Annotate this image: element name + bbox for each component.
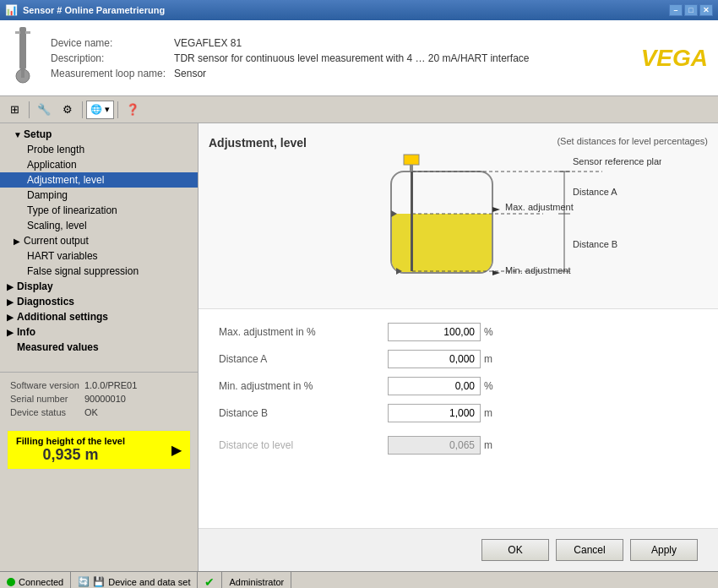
close-button[interactable]: ✕ [699,4,713,16]
param-unit-dist-b: m [484,407,492,419]
dropdown-arrow: ▾ [105,104,110,115]
svg-text:Distance B: Distance B [573,239,617,249]
sidebar-item-application[interactable]: Application [0,157,198,172]
sidebar-item-hart-variables[interactable]: HART variables [0,248,198,264]
minimize-button[interactable]: – [669,4,683,16]
sidebar-item-diagnostics[interactable]: ▶Diagnostics [0,294,198,309]
device-info: Device name: VEGAFLEX 81 Description: TD… [49,35,641,82]
toolbar-btn-help[interactable]: ❓ [122,100,144,120]
sync-icon: 🔄 [78,576,90,587]
connected-dot [7,578,15,586]
cancel-button[interactable]: Cancel [556,539,623,561]
toolbar-flag-dropdown[interactable]: 🌐 ▾ [86,101,114,119]
svg-text:Min. adjustment: Min. adjustment [505,265,571,275]
status-bar-1: Connected 🔄 💾 Device and data set ✔ Admi… [0,571,718,588]
param-input-min-adj[interactable] [388,377,481,395]
level-diagram: Sensor reference plane Distance A Distan… [256,153,661,297]
ok-button[interactable]: OK [481,539,549,561]
toolbar: ⊞ 🔧 ⚙ 🌐 ▾ ❓ [0,96,718,123]
device-status-value: OK [84,406,140,418]
sidebar-item-additional-settings[interactable]: ▶Additional settings [0,309,198,324]
svg-marker-26 [492,207,500,212]
serial-label: Serial number [10,393,83,405]
apply-button[interactable]: Apply [630,539,698,561]
device-status-label: Device status [10,406,83,418]
sidebar-item-current-output[interactable]: ▶Current output [0,233,198,248]
expand-icon-current: ▶ [14,237,24,246]
sidebar-item-type-linearization[interactable]: Type of linearization [0,203,198,218]
toolbar-separator-3 [117,101,118,118]
filling-label: Filling height of the level [16,436,125,446]
param-label-min-adj: Min. adjustment in % [219,380,388,392]
expand-icon-display: ▶ [7,282,17,291]
toolbar-separator-2 [82,101,83,118]
check-segment: ✔ [198,572,222,588]
sidebar-item-info[interactable]: ▶Info [0,324,198,340]
sidebar-item-adjustment-level[interactable]: Adjustment, level [0,172,198,188]
param-input-wrap-dist-b: m [388,404,492,422]
svg-rect-2 [25,31,30,34]
maximize-button[interactable]: □ [684,4,698,16]
param-input-wrap-min-adj: % [388,377,493,395]
serial-value: 90000010 [84,393,140,405]
param-row-dist-a: Distance A m [219,350,698,368]
sync-segment: 🔄 💾 Device and data set [71,572,198,588]
expand-icon-setup: ▼ [14,130,24,139]
connected-label: Connected [19,577,63,587]
sync-label: Device and data set [108,577,190,587]
svg-rect-5 [404,155,419,165]
expand-icon-info: ▶ [7,328,17,337]
expand-icon-diagnostics: ▶ [7,297,17,307]
window-icon: 📊 [5,4,18,16]
buttons-area: OK Cancel Apply [199,528,718,571]
toolbar-separator-1 [29,101,30,118]
panel-subtitle: (Set distances for level percentages) [557,136,708,146]
svg-text:Max. adjustment: Max. adjustment [505,202,574,212]
check-icon: ✔ [204,575,215,589]
sidebar-item-setup[interactable]: ▼Setup [0,127,198,142]
device-loop-value: Sensor [174,67,536,80]
param-label-max-adj: Max. adjustment in % [219,326,388,338]
svg-rect-6 [410,165,413,172]
svg-text:Distance A: Distance A [573,187,617,197]
device-desc-label: Description: [51,52,172,65]
toolbar-btn-home[interactable]: ⊞ [3,100,25,120]
sidebar-item-display[interactable]: ▶Display [0,279,198,294]
svg-text:Sensor reference plane: Sensor reference plane [573,156,661,166]
vega-logo: VEGA [641,45,708,72]
device-header: Device name: VEGAFLEX 81 Description: TD… [0,20,718,96]
sidebar: ▼Setup Probe length Application Adjustme… [0,123,199,571]
svg-rect-9 [392,214,492,272]
param-input-dist-level [388,436,481,455]
param-input-dist-a[interactable] [388,350,481,368]
sidebar-item-measured-values[interactable]: Measured values [0,340,198,355]
param-row-max-adj: Max. adjustment in % % [219,323,698,341]
right-panel: Adjustment, level (Set distances for lev… [199,123,718,571]
device-desc-value: TDR sensor for continuous level measurem… [174,52,536,65]
svg-rect-10 [411,172,413,271]
sync-icon2: 💾 [93,576,105,587]
flag-icon: 🌐 [90,104,102,115]
param-input-wrap-max-adj: % [388,323,493,341]
sidebar-item-false-signal[interactable]: False signal suppression [0,264,198,279]
device-name-label: Device name: [51,36,172,50]
expand-icon-additional: ▶ [7,313,17,322]
svg-rect-4 [21,69,24,78]
param-label-dist-b: Distance B [219,407,388,419]
admin-label-1: Administrator [229,577,284,587]
device-name-value: VEGAFLEX 81 [174,36,536,50]
param-input-dist-b[interactable] [388,404,481,422]
sw-version-label: Software version [10,379,83,391]
param-input-wrap-dist-level: m [388,436,492,455]
toolbar-btn-gear[interactable]: ⚙ [57,100,79,120]
svg-rect-1 [15,31,20,34]
sidebar-item-probe-length[interactable]: Probe length [0,142,198,157]
params-area: Max. adjustment in % % Distance A m Min.… [199,309,718,528]
sidebar-item-scaling-level[interactable]: Scaling, level [0,218,198,233]
sidebar-item-damping[interactable]: Damping [0,188,198,203]
filling-height-box: Filling height of the level 0,935 m ▶ [7,430,191,470]
connected-segment: Connected [0,572,71,588]
toolbar-btn-wrench[interactable]: 🔧 [33,100,55,120]
param-input-max-adj[interactable] [388,323,481,341]
param-unit-min-adj: % [484,380,493,392]
